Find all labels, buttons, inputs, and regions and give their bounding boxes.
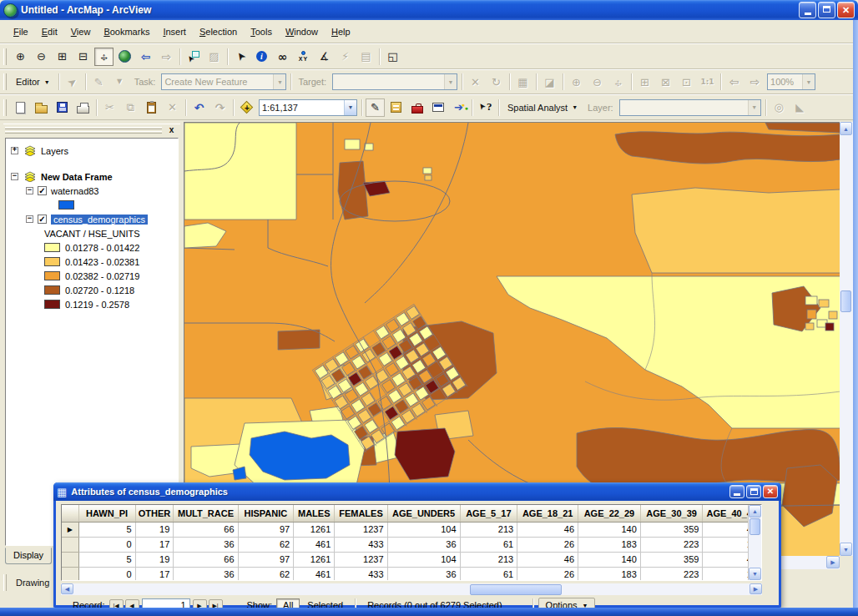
command-line-window-button[interactable] (428, 98, 447, 117)
column-header-age_30_39[interactable]: AGE_30_39 (640, 505, 703, 522)
arctoolbox-button[interactable] (407, 98, 426, 117)
zoom-to-extent-button[interactable]: ⊞ (635, 73, 654, 91)
pan-button[interactable]: ↔↕ (94, 48, 114, 66)
attribute-table-window[interactable]: ▦ Attributes of census_demographics ✕ HA… (53, 482, 781, 608)
task-combo[interactable]: Create New Feature▼ (161, 73, 286, 90)
column-header-females[interactable]: FEMALES (335, 505, 387, 522)
toc-drag-handle[interactable]: x (3, 124, 180, 136)
standard-toolbar-grip[interactable] (3, 99, 7, 116)
column-header-age_under5[interactable]: AGE_UNDER5 (387, 505, 460, 522)
map-vertical-scrollbar[interactable]: ▲ ▼ (840, 122, 853, 556)
zoom-percent-combo[interactable]: 100%▼ (767, 73, 815, 90)
sketch-properties-button[interactable]: ◪ (540, 73, 559, 91)
hyperlink-button[interactable]: ⚡ (336, 48, 355, 66)
column-header-hispanic[interactable]: HISPANIC (238, 505, 294, 522)
editor-toolbar-grip[interactable] (3, 73, 7, 90)
scroll-up-icon[interactable]: ▲ (749, 505, 761, 518)
column-header-age_5_17[interactable]: AGE_5_17 (460, 505, 517, 522)
editor-pan-button[interactable]: ↔↕ (608, 73, 628, 91)
vertical-scroll-thumb[interactable] (840, 290, 851, 312)
attribute-table[interactable]: HAWN_PIOTHERMULT_RACEHISPANICMALESFEMALE… (61, 504, 762, 581)
find-button[interactable]: ∞ (273, 48, 292, 66)
attr-minimize-button[interactable] (729, 485, 744, 498)
table-horizontal-scrollbar[interactable]: ◀ ▶ (61, 583, 762, 595)
identify-button[interactable]: i (252, 48, 271, 66)
horizontal-scroll-thumb[interactable] (470, 584, 562, 595)
tree-item-data-frame[interactable]: − New Data Frame (6, 169, 178, 184)
menu-item-insert[interactable]: Insert (156, 23, 193, 40)
combo-dropdown-icon[interactable]: ▼ (273, 74, 285, 89)
toolbar-grip[interactable] (3, 574, 7, 591)
tree-item-water-layer[interactable]: − ✓ waternad83 (6, 184, 178, 198)
layer-combo[interactable]: ▼ (619, 99, 761, 116)
html-popup-button[interactable]: ▤ (356, 48, 376, 66)
attr-maximize-button[interactable] (746, 485, 761, 498)
attribute-data-grid[interactable]: HAWN_PIOTHERMULT_RACEHISPANICMALESFEMALE… (62, 505, 761, 581)
create-contour-button[interactable]: ◎ (770, 98, 789, 117)
save-button[interactable] (53, 98, 72, 117)
arccatalog-button[interactable] (386, 98, 406, 117)
magnifier-window-button[interactable]: ◱ (383, 48, 402, 66)
collapse-minus-icon[interactable]: − (26, 215, 33, 223)
scroll-down-icon[interactable]: ▼ (840, 543, 852, 556)
collapse-minus-icon[interactable]: − (11, 173, 18, 180)
clear-selected-features-button[interactable]: ▨ (204, 48, 224, 66)
tools-toolbar-grip[interactable] (3, 48, 7, 65)
go-to-xy-button[interactable]: XY (294, 48, 313, 66)
new-map-button[interactable] (11, 98, 30, 117)
editor-zoom-out-button[interactable]: ⊖ (588, 73, 607, 91)
column-header-males[interactable]: MALES (294, 505, 335, 522)
go-forward-extent-button[interactable]: ⇨ (157, 48, 176, 66)
go-back-extent-button[interactable]: ⇦ (136, 48, 155, 66)
measure-button[interactable]: ∡ (315, 48, 334, 66)
layer-checkbox-checked[interactable]: ✓ (38, 215, 47, 224)
modelbuilder-button[interactable]: ➔ (449, 98, 468, 117)
title-bar[interactable]: Untitled - ArcMap - ArcView ✕ (0, 0, 858, 20)
editor-zoom-in-button[interactable]: ⊕ (567, 73, 586, 91)
sketch-tool-dropdown-button[interactable]: ▼ (110, 73, 129, 91)
close-button[interactable]: ✕ (837, 2, 855, 18)
previous-view-button[interactable]: ⇦ (724, 73, 744, 91)
table-row[interactable]: 017366246143336612618322310 (62, 567, 761, 581)
minimize-button[interactable] (799, 2, 816, 18)
restore-button[interactable] (818, 2, 835, 18)
copy-button[interactable]: ⧉ (121, 98, 140, 117)
column-header-hawn_pi[interactable]: HAWN_PI (78, 505, 135, 522)
split-tool-button[interactable]: ✕ (466, 73, 485, 91)
editor-menu-button[interactable]: Editor▼ (10, 74, 56, 89)
column-header-mult_race[interactable]: MULT_RACE (174, 505, 238, 522)
attr-close-button[interactable]: ✕ (763, 485, 778, 498)
attribute-window-title-bar[interactable]: ▦ Attributes of census_demographics ✕ (53, 482, 781, 501)
column-header-age_18_21[interactable]: AGE_18_21 (517, 505, 578, 522)
fixed-zoom-button[interactable]: ⊡ (677, 73, 696, 91)
scroll-right-icon[interactable]: ▶ (749, 583, 762, 594)
scroll-down-icon[interactable]: ▼ (749, 568, 761, 580)
table-row[interactable]: 017366246143336612618322310 (62, 537, 761, 552)
water-symbol-swatch[interactable] (58, 200, 74, 210)
select-elements-button[interactable]: ➤ (231, 48, 250, 66)
zoom-in-button[interactable]: ⊕ (11, 48, 30, 66)
expand-plus-icon[interactable]: + (11, 147, 18, 154)
combo-dropdown-icon[interactable]: ▼ (444, 74, 457, 89)
zoom-to-selection-button[interactable]: ⊠ (656, 73, 675, 91)
row-selector-cell[interactable]: ▶ (62, 522, 78, 537)
attributes-dialog-button[interactable]: ▦ (513, 73, 532, 91)
row-selector-cell[interactable] (62, 552, 78, 567)
menu-item-window[interactable]: Window (279, 23, 325, 40)
table-vertical-scrollbar[interactable]: ▲ ▼ (748, 505, 761, 580)
scroll-right-icon[interactable]: ▶ (826, 556, 840, 568)
whats-this-help-button[interactable]: ➤? (476, 98, 495, 117)
table-row[interactable]: 5196697126112371042134614035947 (62, 552, 761, 567)
rotate-tool-button[interactable]: ↻ (487, 73, 506, 91)
sketch-tool-button[interactable]: ✎ (89, 73, 109, 91)
menu-item-edit[interactable]: Edit (35, 23, 64, 40)
collapse-minus-icon[interactable]: − (26, 187, 33, 194)
zoom-one-to-one-button[interactable]: 1:1 (698, 73, 717, 91)
row-selector-cell[interactable] (62, 537, 78, 552)
fixed-zoom-out-button[interactable]: ⊟ (73, 48, 93, 66)
tree-item-census-layer[interactable]: − ✓ census_demographics (6, 212, 178, 226)
menu-item-view[interactable]: View (64, 23, 98, 40)
menu-item-tools[interactable]: Tools (244, 23, 279, 40)
editor-toolbar-toggle-button[interactable]: ✎ (366, 98, 385, 117)
cut-button[interactable]: ✂ (100, 98, 119, 117)
